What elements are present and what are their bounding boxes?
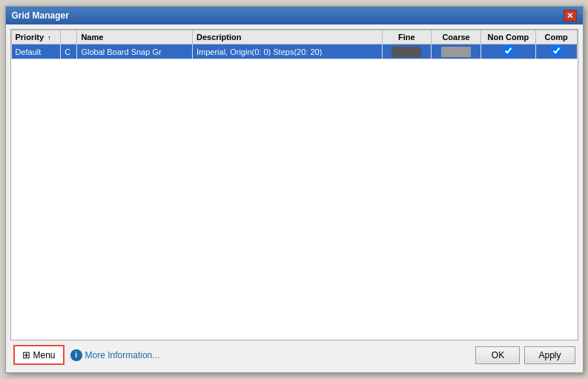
cell-type: C <box>61 45 77 59</box>
col-header-description[interactable]: Description <box>192 30 382 45</box>
table-header-row: Priority ↑ Name Description Fine <box>11 30 577 45</box>
more-info-link[interactable]: i More Information... <box>70 349 160 361</box>
noncomp-checkbox[interactable] <box>503 46 513 56</box>
title-bar: Grid Manager ✕ <box>6 7 583 24</box>
grid-table: Priority ↑ Name Description Fine <box>11 30 578 59</box>
cell-fine <box>382 45 432 59</box>
close-button[interactable]: ✕ <box>564 10 577 22</box>
more-info-label: More Information... <box>85 350 160 360</box>
col-name-label: Name <box>81 33 103 42</box>
fine-color-swatch <box>392 47 421 57</box>
col-desc-label: Description <box>196 33 242 42</box>
col-header-noncomp[interactable]: Non Comp <box>480 30 535 45</box>
grid-manager-window: Grid Manager ✕ Priority ↑ Name <box>5 6 584 373</box>
cell-priority: Default <box>11 45 61 59</box>
cell-comp[interactable] <box>535 45 577 59</box>
col-header-coarse[interactable]: Coarse <box>432 30 481 45</box>
col-comp-label: Comp <box>545 33 568 42</box>
coarse-color-swatch <box>441 47 471 57</box>
window-title: Grid Manager <box>12 10 69 21</box>
menu-icon: ⊞ <box>22 349 30 360</box>
content-area: Priority ↑ Name Description Fine <box>6 24 583 372</box>
menu-button[interactable]: ⊞ Menu <box>13 345 65 365</box>
cell-noncomp[interactable] <box>480 45 535 59</box>
col-header-comp[interactable]: Comp <box>535 30 577 45</box>
ok-button[interactable]: OK <box>475 346 520 364</box>
table-row[interactable]: DefaultCGlobal Board Snap GrImperial, Or… <box>11 45 577 59</box>
comp-checkbox[interactable] <box>552 46 561 56</box>
footer-left: ⊞ Menu i More Information... <box>13 345 160 365</box>
col-header-priority[interactable]: Priority ↑ <box>11 30 61 45</box>
col-noncomp-label: Non Comp <box>488 33 529 42</box>
col-coarse-label: Coarse <box>442 33 469 42</box>
col-priority-label: Priority <box>16 33 44 42</box>
sort-arrow-icon: ↑ <box>47 34 51 42</box>
col-header-fine[interactable]: Fine <box>382 30 432 45</box>
menu-button-label: Menu <box>33 350 56 360</box>
cell-coarse <box>432 45 481 59</box>
cell-name: Global Board Snap Gr <box>77 45 193 59</box>
info-icon: i <box>70 349 82 361</box>
col-fine-label: Fine <box>398 33 415 42</box>
apply-button[interactable]: Apply <box>524 346 575 364</box>
footer-right: OK Apply <box>475 346 575 364</box>
grid-table-container[interactable]: Priority ↑ Name Description Fine <box>10 29 578 340</box>
col-header-name[interactable]: Name <box>77 30 193 45</box>
cell-description: Imperial, Origin(0: 0) Steps(20: 20) <box>192 45 382 59</box>
footer: ⊞ Menu i More Information... OK Apply <box>10 340 578 368</box>
col-header-type <box>61 30 77 45</box>
